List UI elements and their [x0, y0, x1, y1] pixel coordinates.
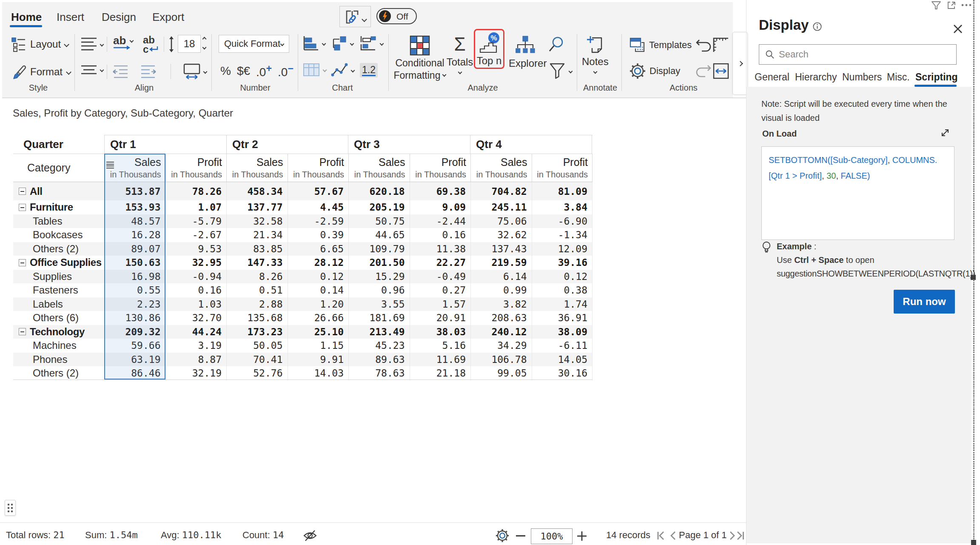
panel-search-input[interactable]: [779, 49, 940, 60]
percent-format-button[interactable]: %: [220, 64, 231, 78]
ribbon-overflow-button[interactable]: [732, 32, 748, 95]
value-cell[interactable]: 11.38: [410, 242, 471, 256]
quarter-header[interactable]: Qtr 2: [226, 135, 348, 154]
value-cell[interactable]: 137.43: [470, 242, 532, 256]
value-cell[interactable]: 83.85: [226, 242, 288, 256]
value-cell[interactable]: 704.82: [470, 182, 532, 200]
value-cell[interactable]: 0.14: [288, 283, 349, 297]
quick-format-select[interactable]: Quick Format: [219, 35, 289, 53]
expand-editor-button[interactable]: [940, 128, 950, 138]
hide-stats-button[interactable]: [303, 529, 317, 542]
value-cell[interactable]: 45.23: [348, 339, 410, 353]
indent-decrease-button[interactable]: [112, 65, 129, 79]
value-cell[interactable]: -2.59: [288, 214, 349, 228]
tab-home[interactable]: Home: [11, 11, 42, 24]
collapse-icon[interactable]: [19, 328, 26, 335]
value-cell[interactable]: 32.58: [226, 214, 288, 228]
measure-header[interactable]: Profitin Thousands: [288, 154, 349, 182]
search-button[interactable]: [548, 36, 565, 53]
value-cell[interactable]: 14.03: [288, 366, 349, 380]
zoom-in-button[interactable]: [577, 531, 587, 541]
conditional-formatting-button[interactable]: Conditional Formatting: [392, 35, 447, 81]
table-drag-handle[interactable]: [5, 500, 16, 516]
value-cell[interactable]: 8.26: [226, 270, 288, 284]
value-cell[interactable]: 28.12: [288, 256, 349, 270]
line-chart-button[interactable]: [331, 62, 354, 78]
value-cell[interactable]: 25.10: [288, 325, 349, 339]
display-button[interactable]: Display: [630, 63, 680, 79]
value-cell[interactable]: -0.49: [410, 270, 471, 284]
value-cell[interactable]: 9.91: [288, 353, 349, 367]
value-cell[interactable]: -5.79: [165, 214, 227, 228]
value-cell[interactable]: 2.23: [104, 297, 165, 311]
notes-button[interactable]: Notes: [582, 35, 608, 73]
value-cell[interactable]: 173.23: [226, 325, 288, 339]
row-label[interactable]: Office Supplies: [13, 256, 104, 270]
fit-width-button[interactable]: [713, 63, 729, 79]
value-cell[interactable]: 16.28: [104, 228, 165, 242]
measure-header[interactable]: Profitin Thousands: [410, 154, 471, 182]
value-cell[interactable]: 78.63: [348, 366, 410, 380]
value-cell[interactable]: 63.19: [104, 353, 165, 367]
value-cell[interactable]: 9.53: [165, 242, 227, 256]
value-cell[interactable]: 32.62: [470, 228, 532, 242]
measure-header[interactable]: Salesin Thousands: [348, 154, 410, 182]
row-label[interactable]: Others (2): [13, 242, 104, 256]
value-cell[interactable]: 50.75: [348, 214, 410, 228]
explorer-button[interactable]: Explorer: [509, 35, 542, 69]
value-cell[interactable]: 34.29: [470, 339, 532, 353]
value-cell[interactable]: 0.96: [348, 283, 410, 297]
edit-mode-button[interactable]: [339, 6, 371, 27]
add-decimal-button[interactable]: .0+: [256, 63, 272, 79]
hierarchy-chart-button[interactable]: [330, 36, 353, 51]
value-cell[interactable]: 9.09: [410, 200, 471, 214]
value-cell[interactable]: 0.99: [470, 283, 532, 297]
row-label[interactable]: Labels: [13, 297, 104, 311]
panel-tab-general[interactable]: General: [755, 71, 789, 83]
visual-resize-border[interactable]: [973, 0, 974, 545]
row-label[interactable]: Technology: [13, 325, 104, 339]
row-label[interactable]: Others (6): [13, 311, 104, 325]
value-cell[interactable]: 8.87: [165, 353, 227, 367]
value-cell[interactable]: 0.16: [165, 283, 227, 297]
power-toggle[interactable]: Off: [376, 8, 417, 24]
visual-resize-handle[interactable]: [971, 540, 976, 545]
value-cell[interactable]: -6.11: [532, 339, 593, 353]
value-cell[interactable]: 38.09: [532, 325, 593, 339]
value-cell[interactable]: 3.19: [165, 339, 227, 353]
col-dimension-header[interactable]: Category: [13, 154, 104, 182]
value-cell[interactable]: 52.76: [226, 366, 288, 380]
collapse-icon[interactable]: [19, 188, 26, 195]
value-cell[interactable]: 213.49: [348, 325, 410, 339]
value-cell[interactable]: 22.27: [410, 256, 471, 270]
value-cell[interactable]: 21.34: [226, 228, 288, 242]
text-overflow-button[interactable]: ab: [113, 36, 133, 50]
table-style-button[interactable]: [303, 63, 326, 77]
value-cell[interactable]: 1.20: [288, 297, 349, 311]
measure-header[interactable]: Profitin Thousands: [165, 154, 227, 182]
value-cell[interactable]: 620.18: [348, 182, 410, 200]
value-cell[interactable]: 6.65: [288, 242, 349, 256]
value-cell[interactable]: 89.63: [348, 353, 410, 367]
visual-filter-button[interactable]: [932, 1, 941, 9]
value-cell[interactable]: 2.88: [226, 297, 288, 311]
value-cell[interactable]: 30.16: [532, 366, 593, 380]
font-size-stepper-up[interactable]: [203, 37, 206, 40]
value-cell[interactable]: 3.55: [348, 297, 410, 311]
resize-ruler-button[interactable]: [713, 37, 729, 53]
focus-mode-button[interactable]: [947, 1, 956, 9]
totals-button[interactable]: Σ Totals: [444, 34, 476, 74]
templates-button[interactable]: Templates: [630, 37, 692, 53]
value-cell[interactable]: 0.12: [288, 270, 349, 284]
font-size-input[interactable]: 18: [178, 35, 201, 53]
value-cell[interactable]: 44.24: [165, 325, 227, 339]
value-cell[interactable]: 106.78: [470, 353, 532, 367]
value-cell[interactable]: 50.05: [226, 339, 288, 353]
value-cell[interactable]: 6.14: [470, 270, 532, 284]
value-cell[interactable]: 153.93: [104, 200, 165, 214]
row-label[interactable]: Phones: [13, 353, 104, 367]
panel-tab-scripting[interactable]: Scripting: [915, 71, 958, 83]
measure-header[interactable]: Salesin Thousands: [226, 154, 288, 182]
value-cell[interactable]: 219.59: [470, 256, 532, 270]
panel-tab-misc[interactable]: Misc.: [887, 71, 910, 83]
